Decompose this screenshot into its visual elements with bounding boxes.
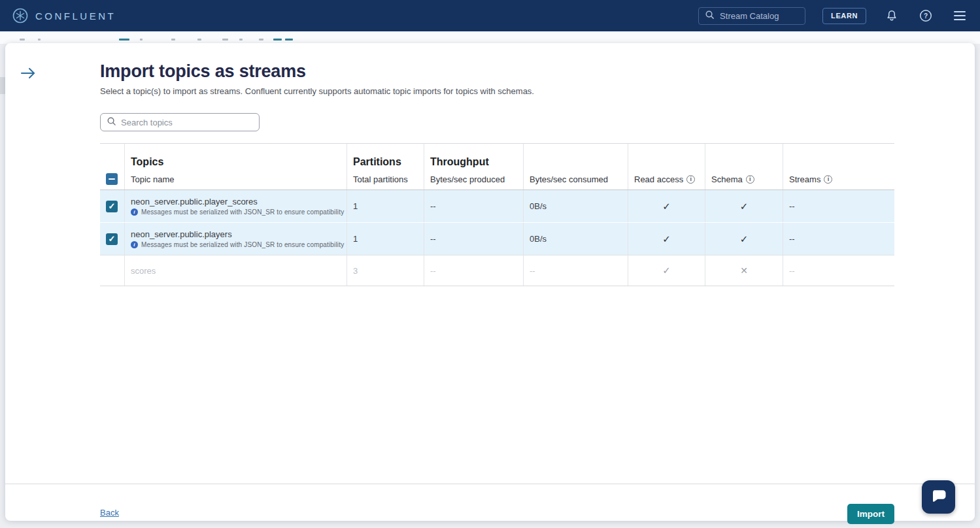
collapse-panel-arrow-icon[interactable]: [18, 64, 38, 82]
row-checkbox[interactable]: [106, 233, 118, 245]
info-icon[interactable]: i: [686, 175, 695, 184]
background-sidebar-edge: [0, 77, 5, 94]
schema-check-icon: ✓: [740, 201, 749, 212]
cell-bytes-consumed: 0B/s: [523, 190, 628, 222]
topic-search-input[interactable]: [121, 118, 245, 127]
table-row-disabled: scores 3 -- -- ✓ ✕ --: [100, 256, 894, 286]
info-icon[interactable]: i: [824, 175, 832, 184]
column-total-partitions: Total partitions: [346, 169, 424, 190]
footer-divider: [5, 484, 975, 484]
schema-check-icon: ✓: [740, 233, 749, 245]
svg-text:?: ?: [924, 12, 928, 20]
table-header: Topics Partitions Throughput Topic name …: [100, 143, 894, 190]
top-navbar: CONFLUENT LEARN ?: [0, 0, 980, 31]
topic-search-field[interactable]: [100, 113, 260, 131]
stream-catalog-input[interactable]: [720, 11, 798, 21]
cell-bytes-produced: --: [424, 223, 523, 255]
topics-table: Topics Partitions Throughput Topic name …: [100, 143, 894, 286]
column-topic-name: Topic name: [124, 169, 346, 190]
back-link[interactable]: Back: [100, 508, 119, 518]
read-access-check-icon: ✓: [662, 265, 671, 276]
learn-button[interactable]: LEARN: [822, 8, 866, 24]
topic-note: i Messages must be serialized with JSON_…: [131, 241, 344, 248]
page-background-strip: [0, 31, 980, 44]
topic-name: neon_server.public.players: [131, 230, 232, 239]
cell-bytes-consumed: --: [523, 256, 628, 286]
column-group-throughput: Throughput: [424, 144, 523, 169]
cell-streams: --: [783, 190, 894, 222]
info-icon[interactable]: i: [746, 175, 754, 184]
cell-partitions: 3: [346, 256, 424, 286]
cell-bytes-consumed: 0B/s: [523, 223, 628, 255]
info-icon: i: [131, 241, 138, 248]
cell-partitions: 1: [346, 223, 424, 255]
topic-note: i Messages must be serialized with JSON_…: [131, 208, 344, 216]
column-group-partitions: Partitions: [346, 144, 424, 169]
cell-bytes-produced: --: [424, 190, 523, 222]
cell-partitions: 1: [346, 190, 424, 222]
menu-icon[interactable]: [951, 7, 968, 24]
row-checkbox[interactable]: [106, 201, 118, 212]
column-read-access: Read access i: [628, 169, 705, 190]
column-bytes-consumed: Bytes/sec consumed: [523, 169, 628, 190]
column-schema: Schema i: [705, 169, 783, 190]
topic-name: scores: [124, 256, 346, 286]
import-topics-dialog: Import topics as streams Select a topic(…: [5, 43, 975, 521]
page-title: Import topics as streams: [100, 61, 306, 82]
column-bytes-produced: Bytes/sec produced: [424, 169, 523, 190]
topic-name: neon_server.public.player_scores: [131, 197, 258, 206]
info-icon: i: [131, 208, 138, 216]
brand[interactable]: CONFLUENT: [12, 7, 116, 24]
help-icon[interactable]: ?: [917, 7, 934, 24]
read-access-check-icon: ✓: [662, 201, 671, 212]
chat-widget-button[interactable]: [922, 480, 955, 514]
search-icon: [705, 10, 715, 22]
import-button[interactable]: Import: [847, 504, 894, 524]
table-row[interactable]: neon_server.public.players i Messages mu…: [100, 223, 894, 256]
cell-streams: --: [783, 256, 894, 286]
column-streams: Streams i: [783, 169, 894, 190]
search-icon: [107, 116, 116, 129]
bell-icon[interactable]: [883, 7, 900, 24]
chat-bubble-icon: [930, 487, 948, 507]
read-access-check-icon: ✓: [662, 233, 671, 245]
select-all-checkbox[interactable]: [106, 173, 118, 185]
table-row[interactable]: neon_server.public.player_scores i Messa…: [100, 190, 894, 223]
page-subtitle: Select a topic(s) to import as streams. …: [100, 86, 534, 96]
column-group-topics: Topics: [124, 144, 346, 169]
confluent-logo-icon: [12, 7, 29, 24]
schema-cross-icon: ✕: [740, 265, 748, 276]
cell-streams: --: [783, 223, 894, 255]
cell-bytes-produced: --: [424, 256, 523, 286]
brand-name: CONFLUENT: [35, 10, 116, 22]
stream-catalog-search[interactable]: [698, 7, 805, 25]
